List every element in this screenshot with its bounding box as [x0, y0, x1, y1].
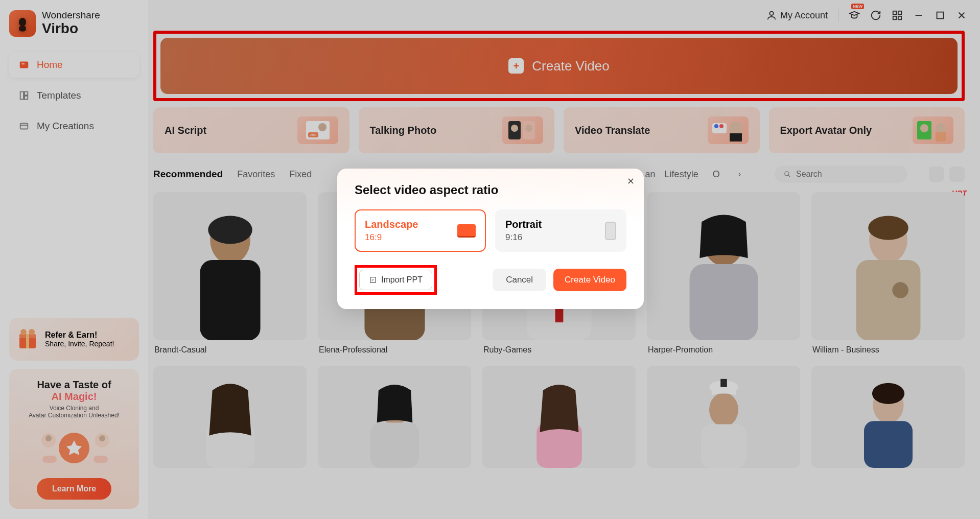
- ratio-label: Portrait: [505, 219, 542, 230]
- ratio-landscape[interactable]: Landscape 16:9: [355, 209, 486, 252]
- create-video-modal-button[interactable]: Create Video: [553, 269, 626, 291]
- aspect-ratio-modal: ✕ Select video aspect ratio Landscape 16…: [337, 169, 644, 309]
- ratio-value: 16:9: [365, 232, 418, 243]
- ppt-icon: P: [369, 276, 377, 284]
- modal-footer: P Import PPT Cancel Create Video: [355, 265, 626, 295]
- modal-title: Select video aspect ratio: [355, 183, 626, 197]
- landscape-icon: [457, 224, 476, 238]
- ratio-portrait[interactable]: Portrait 9:16: [495, 209, 626, 252]
- cancel-button[interactable]: Cancel: [493, 269, 546, 291]
- close-icon[interactable]: ✕: [627, 176, 635, 187]
- import-ppt-label: Import PPT: [381, 275, 423, 285]
- import-ppt-highlight: P Import PPT: [355, 265, 437, 295]
- svg-text:P: P: [371, 278, 374, 282]
- portrait-icon: [605, 222, 616, 240]
- ratio-label: Landscape: [365, 219, 418, 230]
- ratio-value: 9:16: [505, 232, 542, 243]
- import-ppt-button[interactable]: P Import PPT: [359, 270, 432, 290]
- ratio-options: Landscape 16:9 Portrait 9:16: [355, 209, 626, 252]
